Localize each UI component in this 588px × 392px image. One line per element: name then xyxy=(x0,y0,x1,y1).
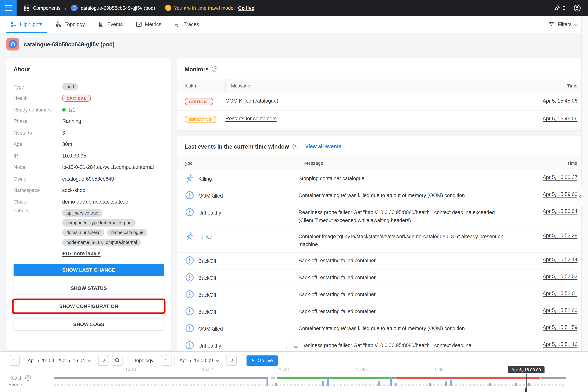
range-prev-button[interactable] xyxy=(9,355,20,366)
owner-link[interactable]: catalogue-69b58cb649 xyxy=(62,176,114,182)
label-pill[interactable]: component-type:kubernetes-pod xyxy=(62,219,136,226)
about-row-label: Namespace xyxy=(14,187,62,193)
events-expand-toggle[interactable] xyxy=(286,342,304,351)
tab-topology[interactable]: Topology xyxy=(50,16,89,33)
tick-label: 15:49 xyxy=(433,367,444,372)
tab-events[interactable]: Events xyxy=(93,16,127,33)
tab-label: Topology xyxy=(64,22,85,27)
monitor-message-link[interactable]: Restarts for containers xyxy=(225,116,276,122)
event-type-cell: Pulled xyxy=(177,232,298,241)
show-status-button[interactable]: SHOW STATUS xyxy=(14,282,164,294)
about-panel: About TypepodHealthCRITICALReady contain… xyxy=(6,58,171,350)
about-row-text: 3 xyxy=(62,130,65,136)
show-last-change-button[interactable]: SHOW LAST CHANGE xyxy=(14,264,164,276)
breadcrumb-components[interactable]: Components xyxy=(33,5,60,11)
time-cursor-tooltip: Apr 5, 16:00:09 xyxy=(508,366,544,373)
breadcrumb-entity[interactable]: catalogue-69b58cb649-gjl5v (pod) xyxy=(81,5,155,11)
event-time-link[interactable]: Apr 5, 15:51:59 xyxy=(542,324,578,330)
about-row: Age30m xyxy=(14,138,164,150)
event-type-label: BackOff xyxy=(198,275,216,281)
tab-highlights[interactable]: Highlights xyxy=(6,16,47,33)
label-pill[interactable]: domain:business xyxy=(62,229,104,236)
about-row: Typepod xyxy=(14,81,164,92)
chevron-down-icon xyxy=(294,345,298,348)
top-bar: Components / catalogue-69b58cb649-gjl5v … xyxy=(0,0,588,16)
event-histogram-bar xyxy=(275,383,276,386)
tab-label: Events xyxy=(107,22,123,27)
events-title-row: Last events in the current time window ?… xyxy=(177,136,583,156)
about-row-text: Running xyxy=(62,118,81,124)
help-icon[interactable]: ? xyxy=(292,144,298,149)
monitor-time-link[interactable]: Apr 5, 15:46:06 xyxy=(542,116,578,122)
tick-mark xyxy=(515,373,515,377)
tick-mark xyxy=(208,373,208,377)
event-type-label: Unhealthy xyxy=(198,343,221,349)
tab-label: Metrics xyxy=(145,22,161,27)
event-message-text: Back-off restarting failed container xyxy=(298,256,376,264)
funnel-icon xyxy=(548,21,555,28)
monitor-message-cell: OOM Killed (catalogue) xyxy=(225,98,516,104)
event-histogram-bar xyxy=(378,381,380,386)
event-row: OOMKilledContainer 'catalogue' was kille… xyxy=(177,320,583,337)
label-pill[interactable]: node-name:ip-10-...ompute.internal xyxy=(62,238,141,246)
event-type-label: BackOff xyxy=(198,258,216,264)
event-message-cell: Container image "quay.io/stackstate/weav… xyxy=(298,232,516,248)
time-cursor-handle[interactable] xyxy=(525,388,527,392)
column-header-health: Health xyxy=(177,79,225,93)
right-panel-collapse-toggle[interactable] xyxy=(577,185,584,208)
event-time-link[interactable]: Apr 5, 15:52:02 xyxy=(542,274,578,279)
event-time-link[interactable]: Apr 5, 15:52:28 xyxy=(542,232,578,238)
highlights-icon xyxy=(10,21,17,28)
event-message-cell: Container 'catalogue' was killed due to … xyxy=(298,324,516,332)
alert-circle-icon xyxy=(185,290,194,299)
monitors-table-header: Health Message Time xyxy=(177,79,583,93)
about-row-label: IP xyxy=(14,153,62,158)
show-configuration-button[interactable]: SHOW CONFIGURATION xyxy=(14,300,164,312)
pin-icon[interactable] xyxy=(554,5,560,11)
event-time-link[interactable]: Apr 5, 15:52:14 xyxy=(542,256,578,262)
timeline-track[interactable]: Apr 5, 16:00:09 15:1315:2215:3115:4015:4… xyxy=(54,352,566,392)
label-pill[interactable]: name:catalogue xyxy=(107,229,148,236)
alert-circle-icon xyxy=(185,256,194,265)
event-row: BackOffBack-off restarting failed contai… xyxy=(177,270,583,286)
event-time-link[interactable]: Apr 5, 15:52:00 xyxy=(542,308,578,313)
tab-metrics[interactable]: Metrics xyxy=(131,16,166,33)
events-histogram[interactable] xyxy=(54,376,566,386)
event-type-cell: Killing xyxy=(177,174,298,183)
help-icon[interactable]: ? xyxy=(25,375,31,381)
about-row: Restarts3 xyxy=(14,127,164,138)
tab-traces[interactable]: Traces xyxy=(170,16,204,33)
about-row: Clusterdemo-dev.demo.stackstate.io xyxy=(14,196,164,208)
event-time-cell: Apr 5, 15:52:01 xyxy=(516,290,583,296)
monitor-time-link[interactable]: Apr 5, 15:45:06 xyxy=(542,98,578,104)
event-histogram-bar xyxy=(322,381,324,386)
label-pill[interactable]: api_service:true xyxy=(62,209,102,216)
monitor-message-link[interactable]: OOM Killed (catalogue) xyxy=(225,98,278,104)
event-time-link[interactable]: Apr 5, 15:56:04 xyxy=(542,208,578,214)
more-labels-link[interactable]: +15 more labels xyxy=(62,250,164,256)
about-title: About xyxy=(14,66,164,72)
about-row-value: catalogue-69b58cb649 xyxy=(62,176,164,182)
about-row-label: Node xyxy=(14,164,62,170)
avatar-icon[interactable] xyxy=(573,4,581,12)
go-live-link[interactable]: Go live xyxy=(238,5,254,11)
ready-dot-icon xyxy=(62,108,66,112)
help-icon[interactable]: ? xyxy=(212,66,218,72)
about-row-label: Owner xyxy=(14,176,62,182)
event-type-cell: Unhealthy xyxy=(177,208,298,217)
column-header-message: Message xyxy=(298,156,516,170)
event-histogram-bar xyxy=(395,383,396,386)
event-time-link[interactable]: Apr 5, 16:00:37 xyxy=(542,174,578,180)
tab-label: Highlights xyxy=(20,22,42,27)
show-logs-button[interactable]: SHOW LOGS xyxy=(14,318,164,330)
event-time-link[interactable]: Apr 5, 15:52:01 xyxy=(542,290,578,296)
event-time-cell: Apr 5, 15:51:59 xyxy=(516,324,583,330)
monitor-health-badge: DEVIATING xyxy=(185,116,216,123)
event-time-link[interactable]: Apr 5, 15:51:16 xyxy=(542,342,578,347)
view-all-events-link[interactable]: View all events xyxy=(305,144,341,149)
pin-count: 0 xyxy=(563,5,566,11)
event-time-link[interactable]: Apr 5, 15:59:00 xyxy=(542,192,578,197)
hamburger-menu-icon[interactable] xyxy=(0,0,17,16)
filters-button[interactable]: Filters xyxy=(548,21,577,28)
topbar-actions: 0 xyxy=(554,4,581,12)
